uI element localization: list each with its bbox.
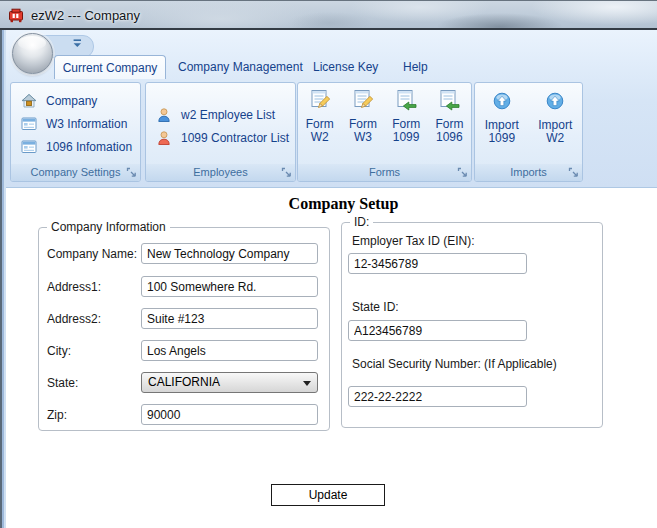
chevron-down-icon: [303, 381, 311, 386]
tab-license-key[interactable]: License Key: [301, 55, 390, 79]
ribbon-item-w2-employee-list[interactable]: w2 Employee List: [146, 103, 295, 126]
form-arrow-icon: [395, 89, 417, 111]
address2-input[interactable]: [141, 308, 318, 329]
company-name-input[interactable]: [141, 243, 318, 264]
page-title: Company Setup: [6, 195, 657, 213]
form-arrow-icon: [438, 89, 460, 111]
form-1099-button[interactable]: Form 1099: [392, 86, 420, 144]
state-id-input[interactable]: [348, 320, 527, 341]
state-select[interactable]: CALIFORNIA: [141, 372, 318, 393]
table-icon: [21, 116, 37, 132]
state-id-label: State ID:: [352, 300, 399, 314]
ein-input[interactable]: [348, 253, 527, 274]
tab-company-management[interactable]: Company Management: [166, 55, 315, 79]
ribbon-item-label: W3 Information: [46, 117, 127, 131]
group-caption: Company Settings: [11, 164, 140, 181]
tab-help[interactable]: Help: [391, 55, 440, 79]
groupbox-legend: ID:: [350, 215, 373, 229]
dialog-launcher-icon[interactable]: [126, 167, 137, 178]
table-icon: [21, 139, 37, 155]
form-edit-icon: [309, 89, 331, 111]
dialog-launcher-icon[interactable]: [281, 167, 292, 178]
ribbon-item-label: 1099 Contractor List: [181, 131, 289, 145]
ribbon-item-label: Company: [46, 94, 97, 108]
address2-label: Address2:: [47, 312, 101, 326]
zip-input[interactable]: [141, 404, 318, 425]
form-w3-button[interactable]: Form W3: [349, 86, 377, 144]
address1-label: Address1:: [47, 280, 101, 294]
ssn-input[interactable]: [348, 386, 527, 407]
window-title: ezW2 --- Company: [31, 8, 140, 23]
qat-customize-arrow-icon[interactable]: [73, 39, 82, 48]
title-bar: ezW2 --- Company: [0, 0, 657, 30]
ribbon-item-1099-contractor-list[interactable]: 1099 Contractor List: [146, 126, 295, 149]
group-caption: Imports: [475, 164, 582, 181]
ribbon-item-w3-information[interactable]: W3 Information: [11, 112, 140, 135]
group-caption: Forms: [298, 164, 471, 181]
app-icon: [8, 8, 24, 24]
dialog-launcher-icon[interactable]: [457, 167, 468, 178]
main-content: Company Setup Company Information Compan…: [6, 188, 657, 528]
ribbon-group-company-settings: Company W3 Information: [10, 82, 141, 182]
person-red-icon: [156, 130, 172, 146]
ssn-label: Social Security Number: (If Applicable): [352, 357, 557, 371]
address1-input[interactable]: [141, 276, 318, 297]
application-orb-button[interactable]: [12, 33, 53, 74]
import-1099-button[interactable]: Import 1099: [485, 86, 519, 145]
import-icon: [546, 92, 564, 110]
city-input[interactable]: [141, 340, 318, 361]
ribbon-group-imports: Import 1099 Import W2 Imports: [474, 82, 583, 182]
ribbon-item-company[interactable]: Company: [11, 89, 140, 112]
import-icon: [493, 92, 511, 110]
ribbon-item-label: 1096 Infomation: [46, 140, 132, 154]
state-select-value: CALIFORNIA: [148, 375, 220, 389]
ribbon-group-employees: w2 Employee List 1099 Contractor List Em…: [145, 82, 296, 182]
button-label-line2: W3: [354, 131, 372, 144]
tab-current-company[interactable]: Current Company: [54, 55, 166, 79]
form-1096-button[interactable]: Form 1096: [435, 86, 463, 144]
house-icon: [21, 93, 37, 109]
window-frame-left: [0, 30, 6, 528]
button-label-line2: 1096: [436, 131, 463, 144]
city-label: City:: [47, 344, 71, 358]
ribbon-item-1096-information[interactable]: 1096 Infomation: [11, 135, 140, 158]
ribbon-group-forms: Form W2 Form: [297, 82, 472, 182]
app-window: ezW2 --- Company Current Company Company…: [0, 0, 657, 528]
company-information-groupbox: Company Information Company Name: Addres…: [38, 227, 330, 431]
button-label-line2: 1099: [393, 131, 420, 144]
zip-label: Zip:: [47, 408, 67, 422]
update-button[interactable]: Update: [271, 484, 385, 506]
state-label: State:: [47, 376, 78, 390]
groupbox-legend: Company Information: [47, 220, 170, 234]
id-groupbox: ID: Employer Tax ID (EIN): State ID: Soc…: [341, 222, 603, 428]
form-edit-icon: [352, 89, 374, 111]
form-w2-button[interactable]: Form W2: [306, 86, 334, 144]
company-name-label: Company Name:: [47, 247, 137, 261]
button-label-line2: 1099: [488, 132, 515, 145]
import-w2-button[interactable]: Import W2: [538, 86, 572, 145]
ribbon: Current Company Company Management Licen…: [6, 30, 657, 188]
button-label-line2: W2: [546, 132, 564, 145]
dialog-launcher-icon[interactable]: [568, 167, 579, 178]
button-label-line2: W2: [311, 131, 329, 144]
person-blue-icon: [156, 107, 172, 123]
ein-label: Employer Tax ID (EIN):: [352, 234, 474, 248]
group-caption: Employees: [146, 164, 295, 181]
ribbon-item-label: w2 Employee List: [181, 108, 275, 122]
